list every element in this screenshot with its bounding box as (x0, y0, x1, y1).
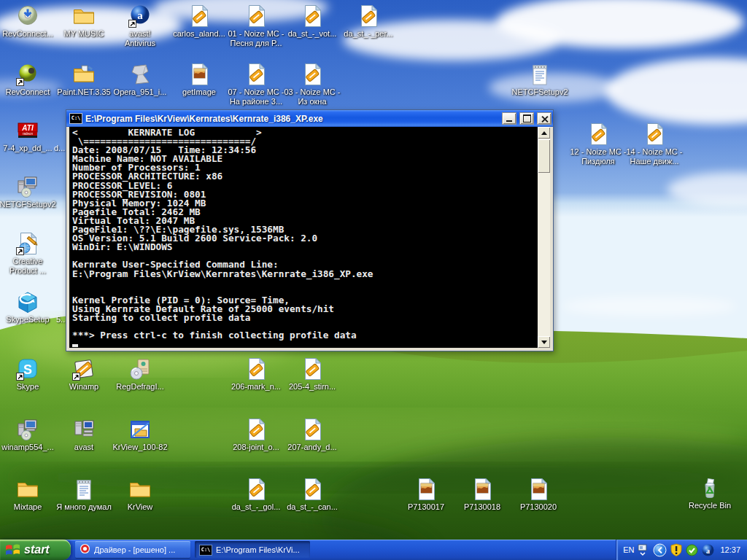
desktop-icon-creative-product[interactable]: Creative Product ... (0, 232, 59, 276)
task-label: E:\Program Files\KrVi... (216, 545, 300, 554)
scroll-up-button[interactable] (538, 127, 550, 139)
scrollbar[interactable] (538, 127, 550, 348)
media-icon (244, 4, 268, 28)
desktop-icon-mixtape[interactable]: Mixtape (0, 478, 59, 512)
desktop-icon-label: SkypeSetup (0, 315, 59, 324)
desktop-icon-da-st-vot[interactable]: da_st_-_vot... (281, 4, 344, 39)
desktop-icon-revconnect-file[interactable]: RevConnect... (0, 4, 59, 39)
desktop-icon-avast-setup[interactable]: avast (53, 418, 115, 452)
minimize-button[interactable] (503, 113, 516, 124)
svg-text:a: a (706, 546, 710, 554)
clock[interactable]: 12:37 (720, 545, 740, 554)
desktop-icon-da-st-can[interactable]: da_st_-_can... (281, 478, 344, 512)
partially-hidden-icon-label[interactable]: d... (54, 144, 65, 152)
desktop-icon-paint-net[interactable]: Paint.NET.3.35 (53, 63, 115, 97)
desktop-icon-noize-mc-14[interactable]: 14 - Noize MC - Наше движ... (623, 122, 686, 166)
paintfolder-icon (72, 63, 96, 86)
desktop-icon-krview-100-82[interactable]: KrView_100-82 (109, 418, 171, 452)
antivirus-status-icon[interactable] (686, 544, 698, 556)
desktop-icon-skype[interactable]: SSkype (0, 357, 59, 392)
desktop-icon-label: getImage (168, 88, 231, 97)
svg-text:ATI: ATI (21, 124, 34, 132)
desktop-icon-opera-installer[interactable]: Opera_951_i... (109, 63, 171, 97)
webdoc-icon (16, 232, 39, 255)
skype-icon: S (16, 357, 39, 381)
desktop-icon-netcfsetupv2-doc[interactable]: NETCFSetupv2 (508, 63, 571, 97)
desktop-icon-mark-206[interactable]: 206-mark_n... (225, 357, 287, 392)
media-icon (244, 418, 268, 441)
maximize-button[interactable] (520, 113, 533, 124)
start-button[interactable]: start (0, 540, 71, 560)
ati-icon: ATIradeon (16, 119, 39, 142)
desktop-icon-regdefrag[interactable]: RegDefragI... (109, 357, 171, 392)
desktop-icon-stirn-205[interactable]: 205-4_stirn... (281, 357, 344, 392)
desktop-icon-da-st-gol[interactable]: da_st_-_gol... (225, 478, 287, 512)
desktop-icon-label: winamp554_... (0, 443, 59, 452)
desktop-icon-label: MY MUSIC (53, 29, 115, 39)
desktop-icon-noize-mc-07[interactable]: 07 - Noize MC - На районе 3... (225, 63, 287, 106)
avast-tray-icon[interactable]: a (702, 544, 714, 556)
folder-icon (16, 478, 39, 501)
console-output[interactable]: < KERNRATE LOG > \======================… (69, 127, 538, 348)
desktop-icon-netcfsetupv2[interactable]: NETCFSetupv2 (0, 175, 59, 209)
media-icon (643, 122, 666, 146)
installer-icon (16, 418, 39, 441)
desktop-icon-label: 205-4_stirn... (281, 382, 344, 392)
desktop-icon-noize-mc-03[interactable]: 03 - Noize MC - Из окна (281, 63, 344, 106)
desktop-icon-carlos-aland[interactable]: carlos_aland... (168, 4, 231, 39)
taskbar-task-active[interactable]: C:\E:\Program Files\KrVi... (195, 541, 310, 558)
desktop-icon-noize-mc-01[interactable]: 01 - Noize MC - Песня для Р... (225, 4, 287, 48)
hide-icons-chevron-icon[interactable] (653, 543, 667, 557)
winamp-icon (72, 357, 96, 381)
console-icon: C:\ (199, 544, 212, 556)
console-window: C:\ E:\Program Files\KrView\Kernrates\Ke… (66, 109, 554, 351)
desktop-icon-label: da_st_-_gol... (225, 502, 287, 512)
skypesetup-icon (16, 290, 39, 314)
console-titlebar[interactable]: C:\ E:\Program Files\KrView\Kernrates\Ke… (66, 110, 553, 127)
language-bar-options-icon[interactable] (638, 544, 648, 556)
desktop-icon-p7130018[interactable]: P7130018 (451, 478, 514, 512)
desktop-icon-p7130020[interactable]: P7130020 (507, 478, 570, 512)
close-button[interactable] (538, 113, 551, 124)
desktop-icon-label: Winamp (53, 382, 115, 392)
security-alert-shield-icon[interactable] (670, 543, 682, 556)
krview-icon (128, 418, 152, 441)
desktop-icon-winamp554[interactable]: winamp554_... (0, 418, 59, 452)
folder-icon (128, 478, 152, 501)
regdefrag-icon (128, 357, 152, 381)
desktop-icon-revconnect[interactable]: RevConnect (0, 63, 59, 97)
desktop-icon-joint-208[interactable]: 208-joint_o... (225, 418, 287, 452)
desktop-icon-noize-mc-12[interactable]: 12 - Noize MC - Пиздюля (567, 122, 630, 166)
desktop-icon-da-st-per[interactable]: da_st_-_per... (337, 4, 400, 39)
scroll-down-button[interactable] (538, 336, 550, 348)
desktop-icon-winamp[interactable]: Winamp (53, 357, 115, 392)
desktop-icon-label: 206-mark_n... (225, 382, 287, 392)
desktop-icon-ya-mnogo-dumal[interactable]: Я много думал (53, 478, 115, 512)
language-indicator[interactable]: EN (623, 545, 634, 554)
console-icon: C:\ (69, 113, 82, 124)
desktop-icon-andy-207[interactable]: 207-andy_d... (281, 418, 344, 452)
desktop-icon-my-music[interactable]: MY MUSIC (53, 4, 115, 39)
notepad-icon (528, 63, 551, 86)
media-icon (187, 4, 211, 28)
desktop-icon-label: 208-joint_o... (225, 443, 287, 452)
taskbar-task-inactive[interactable]: Драйвер - [решено] ... (75, 541, 190, 558)
desktop-icon-label: P7130018 (451, 502, 514, 512)
desktop-icon-recycle-bin[interactable]: Recycle Bin (678, 476, 741, 510)
desktop-icon-label: Opera_951_i... (109, 88, 171, 97)
media-icon (301, 418, 324, 441)
greenball-icon (16, 63, 39, 86)
desktop-icon-label: 03 - Noize MC - Из окна (281, 88, 344, 106)
desktop-icon-label: carlos_aland... (168, 29, 231, 39)
arrow-down-icon (541, 341, 547, 344)
desktop-icon-krview-folder[interactable]: KrView (109, 478, 171, 512)
scrollbar-track[interactable] (538, 139, 550, 336)
desktop-icon-ati-driver[interactable]: ATIradeon7-4_xp_dd_... (0, 119, 59, 153)
desktop-icon-avast-antivirus[interactable]: aavast! Antivirus (109, 4, 171, 48)
media-icon (301, 357, 324, 381)
windows-logo-icon (5, 543, 20, 557)
desktop-icon-skypesetup[interactable]: SkypeSetup (0, 290, 59, 324)
desktop-icon-getimage[interactable]: getImage (168, 63, 231, 97)
desktop-icon-p7130017[interactable]: P7130017 (395, 478, 457, 512)
scrollbar-thumb[interactable] (538, 139, 550, 173)
